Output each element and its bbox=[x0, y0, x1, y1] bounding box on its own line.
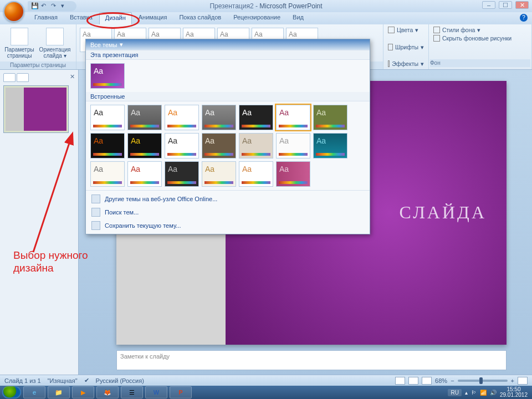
globe-icon bbox=[91, 195, 100, 203]
window-title: Презентация2 - Microsoft PowerPoint bbox=[0, 2, 532, 10]
slide-thumbnail-1[interactable] bbox=[3, 85, 69, 133]
status-bar: Слайд 1 из 1 "Изящная" ✔ Русский (Россия… bbox=[0, 375, 532, 386]
network-icon[interactable]: 📶 bbox=[480, 390, 487, 396]
hide-bg-checkbox[interactable]: Скрыть фоновые рисунки bbox=[433, 35, 527, 42]
firefox-icon: 🦊 bbox=[104, 389, 111, 396]
minimize-button[interactable]: – bbox=[482, 1, 495, 9]
taskbar-app1[interactable]: ☰ bbox=[121, 386, 143, 398]
zoom-in-icon[interactable]: + bbox=[511, 377, 514, 384]
fit-to-window-button[interactable] bbox=[518, 377, 528, 385]
system-tray: RU ▴ 🏳 📶 🔊 15:5029.01.2012 bbox=[448, 387, 530, 398]
word-icon: W bbox=[154, 389, 159, 396]
wmp-icon: ▶ bbox=[81, 389, 85, 396]
theme-item[interactable]: Aa bbox=[276, 161, 310, 187]
taskbar-ie[interactable]: e bbox=[23, 386, 45, 398]
zoom-level: 68% bbox=[435, 377, 447, 384]
ppt-icon: P bbox=[178, 389, 182, 396]
notes-pane[interactable]: Заметки к слайду bbox=[116, 350, 507, 370]
effects-button[interactable]: Эффекты ▾ bbox=[388, 60, 424, 67]
theme-item[interactable]: Aa bbox=[165, 161, 199, 187]
spellcheck-icon[interactable]: ✔ bbox=[84, 377, 89, 384]
theme-item[interactable]: Aa bbox=[313, 105, 347, 130]
theme-item[interactable]: Aa bbox=[165, 133, 199, 158]
themes-header-all[interactable]: Все темы ▾ bbox=[86, 39, 370, 50]
taskbar-explorer[interactable]: 📁 bbox=[48, 386, 70, 398]
maximize-button[interactable]: ☐ bbox=[499, 1, 512, 9]
flag-icon[interactable]: 🏳 bbox=[471, 390, 477, 396]
folder-icon: 📁 bbox=[55, 389, 63, 396]
volume-icon[interactable]: 🔊 bbox=[490, 390, 497, 396]
theme-item[interactable]: Aa bbox=[127, 161, 162, 187]
theme-item[interactable]: Aa bbox=[202, 161, 236, 187]
start-button[interactable] bbox=[2, 386, 21, 398]
slides-tab[interactable] bbox=[3, 73, 16, 82]
outline-tab[interactable] bbox=[17, 73, 29, 82]
page-setup-button[interactable]: Параметры страницы bbox=[3, 28, 35, 59]
slide-counter: Слайд 1 из 1 bbox=[4, 377, 41, 384]
annotation-text: Выбор нужного дизайна bbox=[13, 249, 88, 275]
theme-item[interactable]: Aa bbox=[276, 133, 310, 158]
app-icon: ☰ bbox=[129, 389, 135, 396]
theme-current[interactable]: Aa bbox=[90, 63, 125, 89]
fonts-button[interactable]: Шрифты ▾ bbox=[388, 44, 424, 50]
browse-themes[interactable]: Поиск тем... bbox=[86, 206, 370, 219]
bg-styles-icon bbox=[433, 27, 440, 33]
zoom-out-icon[interactable]: − bbox=[451, 377, 454, 384]
close-button[interactable]: ✕ bbox=[515, 1, 529, 9]
tab-insert[interactable]: Вставка bbox=[64, 12, 98, 24]
save-theme-icon bbox=[91, 221, 100, 230]
effects-icon bbox=[388, 60, 390, 67]
slide-orientation-button[interactable]: Ориентация слайда ▾ bbox=[39, 28, 71, 59]
chevron-down-icon: ▾ bbox=[120, 41, 123, 48]
theme-item[interactable]: Aa bbox=[90, 161, 125, 187]
slide-title-text: СЛАЙДА bbox=[400, 202, 487, 223]
group-background: Фон bbox=[430, 59, 530, 67]
theme-item[interactable]: Aa bbox=[239, 133, 273, 158]
slides-panel: ✕ 1 bbox=[0, 70, 79, 375]
tab-animation[interactable]: Анимация bbox=[133, 12, 173, 24]
theme-item[interactable]: Aa bbox=[202, 105, 236, 130]
help-icon[interactable]: ? bbox=[520, 14, 528, 22]
orientation-icon bbox=[46, 28, 64, 45]
tab-view[interactable]: Вид bbox=[287, 12, 309, 24]
theme-item[interactable]: Aa bbox=[90, 133, 125, 158]
theme-item[interactable]: Aa bbox=[127, 133, 162, 158]
tab-slideshow[interactable]: Показ слайдов bbox=[173, 12, 227, 24]
office-button[interactable] bbox=[3, 1, 24, 22]
zoom-slider[interactable] bbox=[458, 380, 508, 382]
fonts-icon bbox=[388, 44, 393, 50]
tab-home[interactable]: Главная bbox=[29, 12, 63, 24]
bg-styles-button[interactable]: Стили фона ▾ bbox=[433, 27, 527, 33]
page-setup-icon bbox=[11, 28, 28, 45]
taskbar-firefox[interactable]: 🦊 bbox=[96, 386, 119, 398]
colors-button[interactable]: Цвета ▾ bbox=[388, 27, 424, 33]
theme-item[interactable]: Aa bbox=[239, 161, 273, 187]
theme-item[interactable]: Aa bbox=[239, 105, 273, 130]
theme-item[interactable]: Aa bbox=[127, 105, 162, 130]
theme-item[interactable]: Aa bbox=[90, 105, 125, 130]
taskbar-word[interactable]: W bbox=[145, 386, 167, 398]
input-language[interactable]: RU bbox=[448, 389, 461, 396]
tab-review[interactable]: Рецензирование bbox=[228, 12, 286, 24]
close-panel-icon[interactable]: ✕ bbox=[70, 73, 75, 82]
sorter-view-button[interactable] bbox=[408, 377, 418, 385]
normal-view-button[interactable] bbox=[395, 377, 405, 385]
folder-icon bbox=[91, 208, 100, 217]
taskbar-wmp[interactable]: ▶ bbox=[72, 386, 94, 398]
colors-icon bbox=[388, 27, 395, 33]
save-current-theme[interactable]: Сохранить текущую тему... bbox=[86, 219, 370, 232]
tab-design[interactable]: Дизайн bbox=[99, 12, 132, 24]
clock[interactable]: 15:5029.01.2012 bbox=[500, 387, 528, 398]
theme-item-selected[interactable]: Aa bbox=[276, 105, 310, 130]
theme-item[interactable]: Aa bbox=[165, 105, 199, 130]
language-status[interactable]: Русский (Россия) bbox=[96, 377, 144, 384]
theme-item[interactable]: Aa bbox=[202, 133, 236, 158]
themes-header-builtin: Встроенные bbox=[86, 92, 370, 101]
tray-up-icon[interactable]: ▴ bbox=[465, 390, 468, 396]
theme-name: "Изящная" bbox=[48, 377, 78, 384]
more-themes-online[interactable]: Другие темы на веб-узле Office Online... bbox=[86, 192, 370, 206]
slideshow-view-button[interactable] bbox=[422, 377, 432, 385]
group-page-params: Параметры страницы bbox=[0, 62, 76, 69]
theme-item[interactable]: Aa bbox=[313, 133, 347, 158]
taskbar-powerpoint[interactable]: P bbox=[170, 386, 192, 398]
